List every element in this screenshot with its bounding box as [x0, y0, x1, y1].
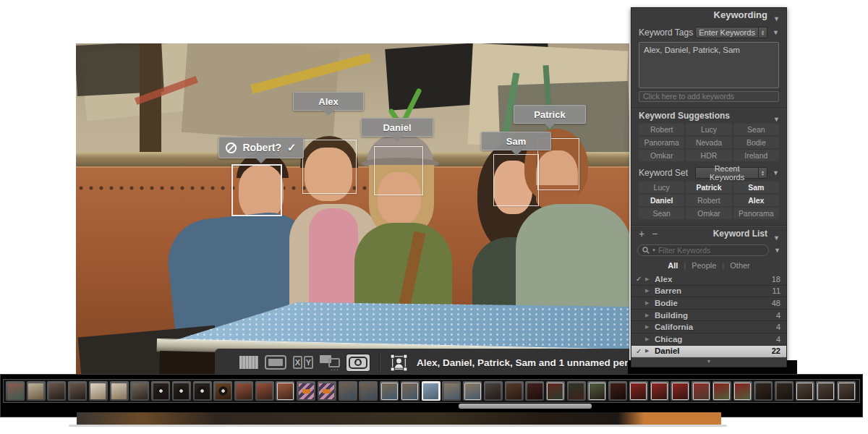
collapse-triangle-icon[interactable]: ▼ — [773, 169, 779, 176]
keyword-row-bodie[interactable]: Bodie 48 — [631, 297, 786, 310]
keyword-row-chicag[interactable]: Chicag 4 — [631, 333, 786, 346]
filmstrip-thumbnail[interactable] — [234, 381, 253, 401]
face-label-daniel[interactable]: Daniel — [361, 118, 433, 137]
filmstrip-thumbnail[interactable] — [89, 381, 108, 401]
filmstrip-thumbnail[interactable] — [318, 381, 336, 401]
suggestion-button[interactable]: Nevada — [686, 137, 731, 148]
add-keywords-field[interactable]: Click here to add keywords — [639, 91, 779, 102]
suggestion-button[interactable]: Panorama — [639, 137, 684, 148]
keyword-tags-textarea[interactable]: Alex, Daniel, Patrick, Sam — [639, 42, 779, 88]
keywording-panel-header[interactable]: Keywording ▼ — [631, 8, 786, 22]
suggestion-button[interactable]: Ireland — [733, 150, 779, 161]
filmstrip-thumbnail[interactable] — [359, 381, 378, 401]
filmstrip-thumbnail[interactable] — [484, 381, 503, 401]
face-region-daniel[interactable] — [374, 146, 423, 195]
filmstrip-thumbnail[interactable] — [546, 381, 565, 401]
disclosure-triangle-icon[interactable] — [645, 312, 655, 318]
disclosure-triangle-icon[interactable] — [645, 348, 655, 354]
filmstrip-thumbnail[interactable] — [401, 381, 420, 401]
filmstrip-thumbnail[interactable] — [629, 381, 648, 401]
filmstrip-thumbnail[interactable] — [27, 381, 46, 401]
collapse-triangle-icon[interactable]: ▼ — [773, 112, 780, 127]
grid-view-icon[interactable] — [239, 356, 258, 369]
disclosure-triangle-icon[interactable] — [645, 324, 655, 330]
recent-keywords-dropdown[interactable]: Recent Keywords ▲▼ — [695, 167, 767, 179]
filmstrip-thumbnail[interactable] — [442, 381, 461, 401]
face-label-alex[interactable]: Alex — [293, 92, 364, 111]
search-scope-chevron-icon[interactable]: ▼ — [652, 248, 656, 252]
scroll-down-indicator[interactable]: ▼ — [631, 357, 786, 366]
disclosure-triangle-icon[interactable] — [645, 276, 655, 282]
keyword-row-alex[interactable]: Alex 18 — [631, 273, 786, 286]
disclosure-triangle-icon[interactable] — [645, 300, 655, 306]
filmstrip-thumbnail[interactable] — [47, 381, 66, 401]
dropdown-stepper-icon[interactable]: ▲▼ — [758, 168, 767, 178]
filmstrip-thumbnail[interactable] — [587, 381, 606, 401]
collapse-triangle-icon[interactable]: ▼ — [773, 12, 780, 26]
filmstrip-thumbnail[interactable] — [775, 381, 793, 401]
face-label-sam[interactable]: Sam — [481, 132, 551, 150]
filmstrip-thumbnail[interactable] — [6, 381, 25, 401]
collapse-triangle-icon[interactable]: ▼ — [773, 230, 780, 246]
face-region-alex[interactable] — [302, 140, 357, 194]
filmstrip-thumbnail[interactable] — [816, 381, 835, 401]
filmstrip-thumbnail[interactable] — [255, 381, 274, 401]
collapse-triangle-icon[interactable]: ▼ — [773, 29, 779, 36]
survey-view-icon[interactable]: ... — [320, 355, 340, 370]
keyword-row-daniel[interactable]: Daniel 22 — [631, 346, 786, 358]
suggestion-button[interactable]: Bodie — [733, 137, 779, 148]
people-view-icon[interactable] — [346, 354, 370, 371]
filmstrip-thumbnail[interactable] — [193, 381, 212, 401]
suggestion-button[interactable]: Sean — [733, 124, 779, 135]
suggestion-button[interactable]: Omkar — [639, 150, 684, 161]
reject-suggestion-icon[interactable] — [226, 142, 237, 153]
filmstrip-thumbnail[interactable] — [110, 381, 129, 401]
suggestion-button[interactable]: HDR — [686, 150, 731, 161]
filmstrip-thumbnail[interactable] — [172, 381, 191, 401]
keyword-set-button[interactable]: Alex — [733, 195, 779, 206]
keyword-set-button[interactable]: Patrick — [686, 182, 731, 193]
remove-keyword-button[interactable]: − — [652, 226, 658, 242]
face-region-robert[interactable] — [231, 164, 282, 216]
keyword-set-button[interactable]: Omkar — [686, 208, 731, 219]
tab-people[interactable]: People — [692, 261, 716, 270]
collapse-triangle-icon[interactable]: ▼ — [774, 247, 780, 254]
keyword-set-button[interactable]: Robert — [686, 195, 731, 206]
face-label-robert-unconfirmed[interactable]: Robert? ✓ — [218, 137, 304, 158]
disclosure-triangle-icon[interactable] — [645, 288, 655, 294]
filmstrip-thumbnail[interactable] — [837, 381, 856, 401]
disclosure-triangle-icon[interactable] — [645, 336, 655, 342]
filter-keywords-input[interactable]: ▼ Filter Keywords — [637, 244, 769, 256]
tab-all[interactable]: All — [668, 261, 678, 270]
filmstrip-thumbnail[interactable] — [463, 381, 482, 401]
dropdown-stepper-icon[interactable]: ▲▼ — [758, 27, 767, 38]
keyword-row-california[interactable]: California 4 — [631, 321, 786, 333]
filmstrip-thumbnail[interactable] — [68, 381, 87, 401]
draw-face-region-icon[interactable] — [390, 354, 408, 372]
enter-keywords-dropdown[interactable]: Enter Keywords ▲▼ — [695, 27, 767, 38]
filmstrip-thumbnail[interactable] — [213, 381, 232, 401]
keyword-suggestions-header[interactable]: Keyword Suggestions ▼ — [631, 108, 786, 122]
face-label-patrick[interactable]: Patrick — [514, 105, 586, 124]
filmstrip-thumbnail[interactable] — [567, 381, 586, 401]
keyword-set-button[interactable]: Panorama — [733, 208, 779, 219]
filmstrip-thumbnail[interactable] — [650, 381, 669, 401]
keyword-set-button[interactable]: Sean — [639, 208, 684, 219]
keyword-row-barren[interactable]: Barren 11 — [631, 286, 786, 298]
compare-view-icon[interactable]: XY — [293, 356, 313, 369]
add-keyword-button[interactable]: + — [639, 226, 644, 242]
filmstrip-thumbnail[interactable] — [151, 381, 170, 401]
filmstrip-thumbnail[interactable] — [796, 381, 814, 401]
keyword-set-button[interactable]: Sam — [733, 182, 779, 193]
filmstrip-thumbnail-selected[interactable] — [422, 381, 441, 401]
filmstrip-scrollbar[interactable] — [459, 404, 592, 409]
filmstrip-thumbnail[interactable] — [754, 381, 773, 401]
suggestion-button[interactable]: Robert — [639, 124, 684, 135]
suggestion-button[interactable]: Lucy — [686, 124, 731, 135]
face-region-sam[interactable] — [493, 154, 539, 206]
filmstrip-thumbnail[interactable] — [608, 381, 627, 401]
filmstrip-thumbnail[interactable] — [339, 381, 357, 401]
filmstrip-thumbnail[interactable] — [297, 381, 315, 401]
filmstrip-thumbnail[interactable] — [505, 381, 524, 401]
loupe-view-icon[interactable] — [265, 355, 286, 370]
